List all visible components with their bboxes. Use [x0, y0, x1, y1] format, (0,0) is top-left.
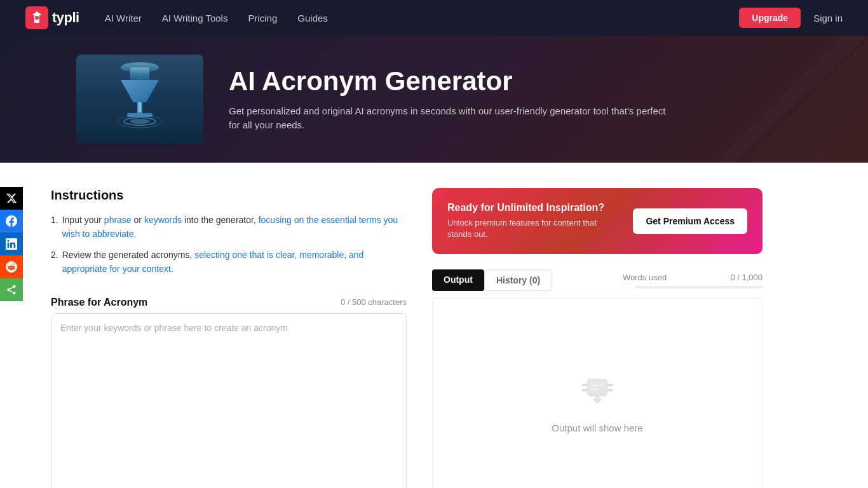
output-box: Output will show here [432, 297, 763, 488]
share-button[interactable] [0, 278, 23, 301]
social-sidebar [0, 187, 23, 301]
output-tabs: Output History (0) [432, 269, 552, 291]
nav-pricing[interactable]: Pricing [248, 13, 277, 24]
phrase-field-header: Phrase for Acronym 0 / 500 characters [51, 297, 407, 308]
upgrade-button[interactable]: Upgrade [739, 8, 801, 28]
words-used-section: Words used 0 / 1,000 [623, 273, 763, 288]
char-count: 0 / 500 characters [341, 297, 407, 307]
premium-subtitle: Unlock premium features for content that… [447, 217, 620, 240]
hero-image [76, 55, 203, 144]
instructions-title: Instructions [51, 188, 407, 203]
facebook-share-button[interactable] [0, 210, 23, 233]
premium-banner: Ready for Unlimited Inspiration? Unlock … [432, 188, 763, 254]
tab-history[interactable]: History (0) [484, 269, 552, 291]
output-icon [575, 365, 620, 412]
instructions-list: 1. Input your phrase or keywords into th… [51, 213, 407, 276]
svg-rect-3 [130, 67, 149, 80]
premium-title: Ready for Unlimited Inspiration? [447, 202, 620, 214]
svg-point-1 [35, 16, 39, 20]
svg-rect-15 [607, 389, 613, 391]
phrase-label: Phrase for Acronym [51, 297, 147, 308]
logo-text: typli [52, 10, 79, 26]
twitter-share-button[interactable] [0, 187, 23, 210]
right-panel: Ready for Unlimited Inspiration? Unlock … [432, 188, 763, 488]
hero-title: AI Acronym Generator [229, 66, 674, 97]
typli-logo-icon [25, 6, 48, 29]
signin-button[interactable]: Sign in [813, 13, 843, 24]
words-used-count: 0 / 1,000 [730, 273, 763, 282]
svg-rect-12 [581, 384, 588, 386]
svg-marker-18 [593, 396, 601, 403]
svg-rect-16 [592, 384, 603, 386]
logo[interactable]: typli [25, 6, 79, 29]
hero-section: AI Acronym Generator Get personalized an… [0, 36, 868, 163]
nav-ai-writer[interactable]: AI Writer [105, 13, 142, 24]
hero-subtitle: Get personalized and original AI acronym… [229, 104, 674, 133]
output-placeholder-icon [575, 365, 620, 410]
nav-ai-writing-tools[interactable]: AI Writing Tools [162, 13, 228, 24]
phrase-textarea[interactable] [51, 313, 407, 488]
svg-rect-9 [139, 102, 141, 112]
svg-rect-11 [588, 379, 607, 396]
tab-output[interactable]: Output [432, 269, 484, 291]
svg-rect-14 [581, 389, 588, 391]
nav-guides[interactable]: Guides [297, 13, 328, 24]
get-premium-button[interactable]: Get Premium Access [633, 208, 747, 234]
instruction-step-1: 1. Input your phrase or keywords into th… [51, 213, 407, 241]
hero-content: AI Acronym Generator Get personalized an… [229, 66, 674, 133]
output-header: Output History (0) Words used 0 / 1,000 [432, 269, 763, 291]
nav-links: AI Writer AI Writing Tools Pricing Guide… [105, 13, 740, 24]
reddit-share-button[interactable] [0, 255, 23, 278]
svg-rect-13 [607, 384, 613, 386]
main-content: Instructions 1. Input your phrase or key… [0, 163, 868, 488]
nav-actions: Upgrade Sign in [739, 8, 843, 28]
words-used-label: Words used [623, 273, 667, 282]
linkedin-share-button[interactable] [0, 233, 23, 255]
svg-marker-4 [121, 80, 159, 102]
output-placeholder-text: Output will show here [552, 423, 642, 433]
svg-rect-17 [592, 388, 599, 390]
navbar: typli AI Writer AI Writing Tools Pricing… [0, 0, 868, 36]
premium-text: Ready for Unlimited Inspiration? Unlock … [447, 202, 620, 240]
instruction-step-2: 2. Review the generated acronyms, select… [51, 248, 407, 276]
funnel-illustration [89, 61, 191, 137]
left-panel: Instructions 1. Input your phrase or key… [51, 188, 407, 488]
words-progress-bar [635, 286, 763, 288]
svg-point-10 [130, 119, 149, 124]
